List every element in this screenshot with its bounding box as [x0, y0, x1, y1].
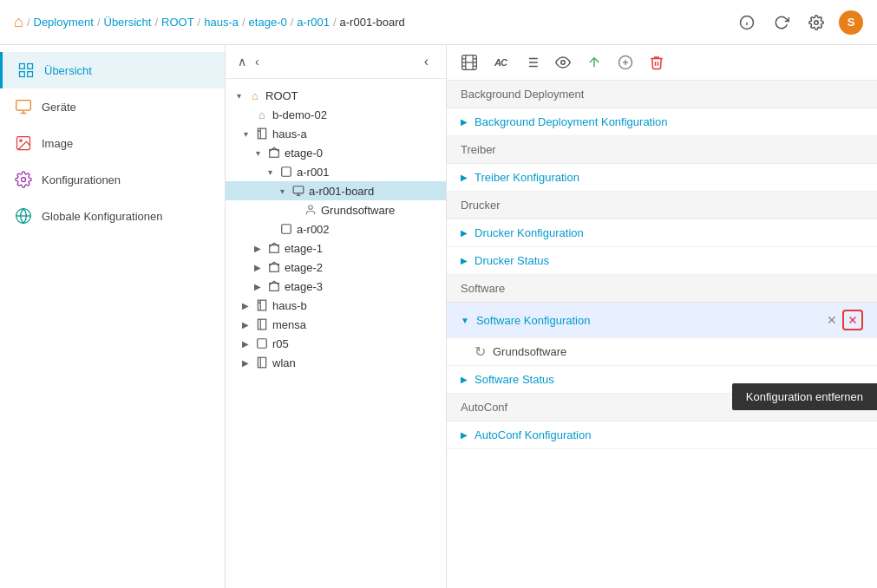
grundsoftware-sub-label: Grundsoftware — [493, 345, 566, 358]
sidebar-item-image[interactable]: Image — [0, 125, 225, 161]
breadcrumb-deployment[interactable]: Deployment — [34, 16, 94, 29]
sidebar-item-globale-konfigurationen[interactable]: Globale Konfigurationen — [0, 198, 225, 234]
upload-tool-icon[interactable] — [582, 50, 606, 75]
expand-arrow-bg: ▶ — [461, 117, 468, 127]
tree-row-b-demo-02[interactable]: ⌂ b-demo-02 — [226, 105, 446, 124]
tree-row-etage-3[interactable]: ▶ etage-3 — [226, 277, 446, 296]
right-toolbar: AC — [447, 45, 877, 81]
tree-label-a-r002: a-r002 — [297, 223, 330, 236]
svg-rect-20 — [282, 167, 291, 177]
ac-label: AC — [494, 57, 507, 68]
tree-node-grundsoftware: Grundsoftware — [226, 200, 446, 219]
section-item-drucker-status[interactable]: ▶ Drucker Status — [447, 247, 877, 275]
tree-label-etage-3: etage-3 — [285, 280, 323, 293]
ac-tool-icon[interactable]: AC — [488, 50, 513, 75]
section-item-bg-deploy-config[interactable]: ▶ Background Deployment Konfiguration — [447, 108, 877, 136]
tree-row-haus-a[interactable]: ▾ haus-a — [226, 124, 446, 143]
tree-node-haus-b: ▶ haus-b — [226, 296, 446, 315]
breadcrumb-ubersicht[interactable]: Übersicht — [104, 16, 152, 29]
software-config-actions: ✕ — [827, 310, 863, 330]
expand-icon-etage-0: ▾ — [252, 147, 264, 159]
gerate-icon — [14, 97, 33, 116]
svg-rect-35 — [258, 357, 265, 368]
tree-collapse-button[interactable]: ‹ — [417, 50, 435, 73]
svg-point-12 — [20, 140, 22, 142]
section-header-background: Background Deployment — [447, 81, 877, 108]
svg-rect-8 — [16, 101, 31, 111]
tree-row-root[interactable]: ▾ ⌂ ROOT — [226, 86, 446, 105]
sidebar-item-konfigurationen[interactable]: Konfigurationen — [0, 161, 225, 198]
section-item-autoconf-config[interactable]: ▶ AutoConf Konfiguration — [447, 421, 877, 449]
section-item-software-config[interactable]: ▼ Software Konfiguration ✕ — [447, 303, 877, 338]
eye-tool-icon[interactable] — [551, 50, 575, 75]
movie-tool-icon[interactable] — [457, 50, 481, 75]
sidebar-label-konfigurationen: Konfigurationen — [42, 173, 121, 186]
tree-row-etage-0[interactable]: ▾ etage-0 — [226, 143, 446, 162]
remove-config-button[interactable] — [842, 310, 863, 330]
expand-icon-haus-b: ▶ — [239, 299, 252, 311]
tree-row-a-r001-board[interactable]: ▾ a-r001-board — [226, 181, 446, 200]
b-demo-02-icon: ⌂ — [255, 108, 269, 121]
wlan-icon — [255, 356, 269, 369]
info-button[interactable] — [735, 10, 759, 35]
tree-row-etage-1[interactable]: ▶ etage-1 — [226, 238, 446, 258]
refresh-button[interactable] — [769, 10, 794, 35]
sidebar-item-gerate[interactable]: Geräte — [0, 88, 225, 125]
expand-arrow-treiber: ▶ — [461, 173, 468, 182]
tree-back-button[interactable]: ‹ — [253, 53, 261, 70]
home-icon[interactable]: ⌂ — [14, 13, 23, 31]
svg-rect-27 — [270, 265, 279, 272]
expand-icon-b-demo-02 — [239, 108, 252, 121]
tree-toolbar: ∧ ‹ ‹ — [226, 45, 446, 79]
tree-row-a-r001[interactable]: ▾ a-r001 — [226, 162, 446, 181]
tree-row-wlan[interactable]: ▶ wlan — [226, 353, 446, 372]
breadcrumb-a-r001[interactable]: a-r001 — [297, 16, 330, 29]
tree-row-haus-b[interactable]: ▶ haus-b — [226, 296, 446, 315]
unlink-icon[interactable]: ✕ — [827, 313, 837, 327]
delete-tool-icon[interactable] — [645, 50, 669, 75]
globale-icon — [14, 206, 33, 225]
tree-label-mensa: mensa — [272, 318, 306, 331]
breadcrumb: ⌂ / Deployment / Übersicht / ROOT / haus… — [14, 13, 405, 31]
tree-row-grundsoftware[interactable]: Grundsoftware — [226, 200, 446, 219]
section-item-treiber-config[interactable]: ▶ Treiber Konfiguration — [447, 164, 877, 192]
settings-button[interactable] — [804, 10, 828, 35]
a-r002-icon — [279, 222, 293, 236]
tree-row-mensa[interactable]: ▶ mensa — [226, 315, 446, 334]
tree-node-etage-0: ▾ etage-0 — [226, 143, 446, 162]
tree-up-button[interactable]: ∧ — [236, 53, 248, 70]
tree-row-r05[interactable]: ▶ r05 — [226, 334, 446, 353]
expand-icon-r05: ▶ — [239, 337, 252, 350]
tree-label-etage-0: etage-0 — [285, 147, 323, 160]
list-tool-icon[interactable] — [520, 50, 544, 75]
drucker-config-label: Drucker Konfiguration — [474, 226, 584, 239]
top-bar-icons: S — [735, 10, 863, 35]
expand-icon-a-r002 — [264, 223, 276, 235]
main-layout: Übersicht Geräte Image — [0, 45, 877, 588]
konfigurationen-icon — [14, 170, 33, 189]
section-item-drucker-config[interactable]: ▶ Drucker Konfiguration — [447, 219, 877, 247]
svg-rect-21 — [293, 186, 304, 193]
right-content: Background Deployment ▶ Background Deplo… — [447, 81, 877, 588]
tree-row-etage-2[interactable]: ▶ etage-2 — [226, 258, 446, 277]
svg-rect-6 — [20, 72, 25, 77]
breadcrumb-haus-a[interactable]: haus-a — [204, 16, 239, 29]
sidebar-label-globale: Globale Konfigurationen — [42, 210, 163, 223]
sidebar-item-ubersicht[interactable]: Übersicht — [0, 52, 225, 88]
expand-icon-a-r001: ▾ — [264, 166, 276, 178]
user-avatar[interactable]: S — [839, 10, 863, 35]
tree-node-etage-2: ▶ etage-2 — [226, 258, 446, 277]
svg-rect-29 — [258, 300, 265, 310]
add-tool-icon[interactable] — [613, 50, 638, 75]
breadcrumb-current: a-r001-board — [340, 16, 405, 29]
expand-icon-mensa: ▶ — [239, 318, 252, 330]
svg-point-24 — [309, 206, 313, 210]
autoconf-config-label: AutoConf Konfiguration — [474, 428, 591, 441]
svg-point-51 — [561, 61, 566, 65]
tree-node-r05: ▶ r05 — [226, 334, 446, 353]
svg-rect-34 — [258, 339, 267, 349]
breadcrumb-root[interactable]: ROOT — [161, 16, 194, 29]
tree-row-a-r002[interactable]: a-r002 — [226, 219, 446, 238]
breadcrumb-etage-0[interactable]: etage-0 — [249, 16, 287, 29]
haus-a-icon — [255, 127, 269, 140]
